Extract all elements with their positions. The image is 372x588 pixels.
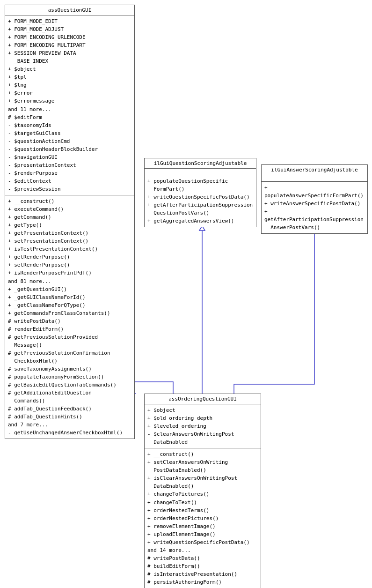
diagram-container: assQuestionGUI + FORM_MODE_EDIT + FORM_M… (0, 0, 372, 588)
ilguiquestionscoringadjustable-title: ilGuiQuestionScoringAdjustable (145, 158, 256, 169)
ilguianswerscoringadjustable-empty (262, 175, 367, 182)
assorderingquestiongui-attributes: + $object + $old_ordering_depth + $level… (145, 404, 261, 448)
ilguianswerscoringadjustable-title: ilGuiAnswerScoringAdjustable (262, 165, 367, 175)
arrow-to-answer-scoring (234, 216, 314, 394)
assorderingquestiongui-methods: + __construct() + setClearAnswersOnWriti… (145, 448, 261, 588)
assorderingquestiongui-box: assOrderingQuestionGUI + $object + $old_… (144, 394, 261, 588)
assquestiongui-methods: + __construct() + executeCommand() + get… (5, 195, 134, 439)
assquestiongui-title: assQuestionGUI (5, 5, 134, 15)
ilguianswerscoringadjustable-methods: + populateAnswerSpecificFormPart() + wri… (262, 182, 367, 233)
ilguiquestionscoringadjustable-box: ilGuiQuestionScoringAdjustable + populat… (144, 158, 256, 227)
ilguiquestionscoringadjustable-methods: + populateQuestionSpecific FormPart() + … (145, 175, 256, 227)
assquestiongui-box: assQuestionGUI + FORM_MODE_EDIT + FORM_M… (5, 5, 135, 439)
ilguiquestionscoringadjustable-empty (145, 169, 256, 175)
assorderingquestiongui-title: assOrderingQuestionGUI (145, 394, 261, 404)
ilguianswerscoringadjustable-box: ilGuiAnswerScoringAdjustable + populateA… (261, 164, 368, 234)
assquestiongui-attributes: + FORM_MODE_EDIT + FORM_MODE_ADJUST + FO… (5, 15, 134, 195)
